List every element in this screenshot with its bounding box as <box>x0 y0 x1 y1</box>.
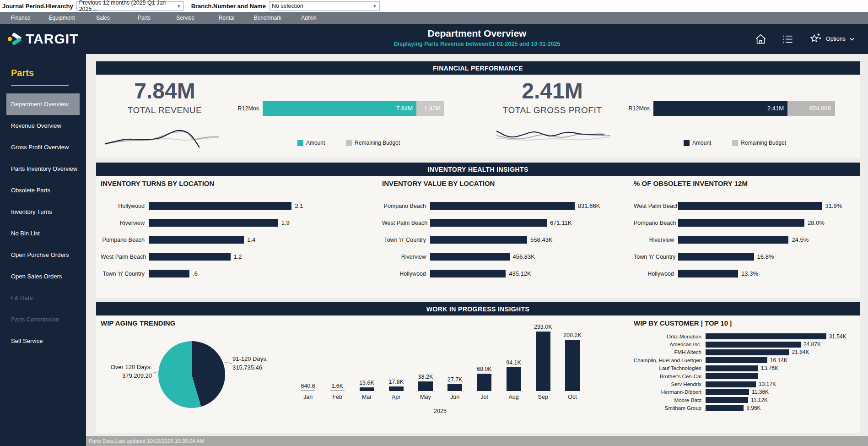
bar-row: Champlin, Huel and Luettgen16.14K <box>634 356 860 364</box>
sidebar-item-gross-profit-overview[interactable]: Gross Profit Overview <box>0 136 86 158</box>
bar[interactable] <box>706 349 789 355</box>
nav-item-finance[interactable]: Finance <box>0 12 41 24</box>
bar[interactable] <box>706 365 758 371</box>
options-button[interactable]: Options <box>809 32 855 46</box>
sidebar-item-parts-inventory-overview[interactable]: Parts Inventory Overview <box>0 158 86 179</box>
bar-segment-amount[interactable]: 7.84M <box>263 101 416 116</box>
bar[interactable] <box>706 397 748 403</box>
bar[interactable] <box>447 384 462 391</box>
nav-item-equipment[interactable]: Equipment <box>41 12 82 24</box>
bar[interactable] <box>507 367 521 392</box>
bar-track: 31.54K <box>706 333 860 340</box>
bar-value-label: 640.6 <box>301 383 315 389</box>
header-icons: Options <box>755 24 855 54</box>
bar[interactable] <box>430 253 510 261</box>
bar[interactable] <box>678 219 804 227</box>
sidebar-item-fill-rate[interactable]: Fill Rate <box>0 287 86 309</box>
bar[interactable] <box>430 270 506 277</box>
revenue-legend: Amount Remaining Budget <box>297 140 400 146</box>
dashboard-canvas: Journal Period.Hierarchy Previous 12 mon… <box>0 0 868 446</box>
bar-value-label: 11.36K <box>752 389 769 395</box>
sidebar: Parts Department Overview Revenue Overvi… <box>0 54 86 446</box>
bar-segment-remaining-budget[interactable]: 1.42M <box>416 101 444 116</box>
nav-item-admin[interactable]: Admin <box>288 12 329 24</box>
bar[interactable] <box>678 270 738 277</box>
sidebar-item-department-overview[interactable]: Department Overview <box>6 93 80 115</box>
bar[interactable] <box>418 381 433 391</box>
sidebar-item-open-sales-orders[interactable]: Open Sales Orders <box>0 266 86 287</box>
sidebar-item-parts-commission[interactable]: Parts Commission <box>0 309 86 330</box>
sidebar-item-revenue-overview[interactable]: Revenue Overview <box>0 115 86 136</box>
column: 1.6KFeb <box>323 383 352 401</box>
bar[interactable] <box>389 386 404 391</box>
wip-aging-title: WIP AGING TRENDING <box>101 319 175 327</box>
bar[interactable] <box>678 202 822 210</box>
list-icon[interactable] <box>782 33 794 45</box>
bar-category-label: Town 'n' Country <box>101 271 149 277</box>
bar[interactable] <box>360 387 374 391</box>
x-axis-year-label: 2025 <box>293 408 587 414</box>
branch-dropdown[interactable]: No selection ▼ <box>269 1 380 11</box>
bar-value-label: 1.4 <box>247 236 255 243</box>
nav-item-rental[interactable]: Rental <box>206 12 247 24</box>
bar[interactable] <box>706 373 758 379</box>
total-gross-profit-value: 2.41M <box>484 80 621 102</box>
bar-category-label: Smitham Group <box>634 405 706 411</box>
bar[interactable] <box>678 236 788 244</box>
total-revenue-label: TOTAL REVENUE <box>96 105 233 115</box>
bar-segment-remaining-budget[interactable]: 854.00K <box>787 101 835 116</box>
sidebar-item-obsolete-parts[interactable]: Obsolete Parts <box>0 179 86 201</box>
bar[interactable] <box>706 333 826 339</box>
sidebar-item-open-purchase-orders[interactable]: Open Purchse Orders <box>0 244 86 266</box>
home-icon[interactable] <box>755 33 767 45</box>
bar[interactable] <box>706 342 801 348</box>
sidebar-item-self-service[interactable]: Self Service <box>0 330 86 352</box>
bar-track: 24.5% <box>678 236 860 244</box>
bar[interactable] <box>678 253 754 261</box>
bar[interactable] <box>149 270 189 277</box>
bar-track: 11.12K <box>706 397 860 403</box>
sidebar-item-inventory-turns[interactable]: Inventory Turns <box>0 201 86 223</box>
bar-row: Brother's Cen-Cal <box>634 372 860 380</box>
column: 17.8KApr <box>382 379 411 401</box>
bar[interactable] <box>706 405 744 411</box>
bar[interactable] <box>330 391 345 391</box>
bar[interactable] <box>149 202 291 210</box>
bar-track: 16.14K <box>706 357 860 364</box>
bar[interactable] <box>301 391 315 391</box>
bar[interactable] <box>149 236 244 244</box>
bar-track: 28.0% <box>678 219 860 227</box>
gross-profit-legend: Amount Remaining Budget <box>684 140 786 146</box>
period-dropdown[interactable]: Previous 12 months (2025 Q1 Jan - 2025 .… <box>76 1 184 11</box>
bar-segment-amount[interactable]: 2.41M <box>653 101 787 116</box>
bar[interactable] <box>706 357 767 363</box>
nav-item-service[interactable]: Service <box>165 12 206 24</box>
nav-item-parts[interactable]: Parts <box>124 12 165 24</box>
app-header: TARGIT Department Overview Displaying Pa… <box>0 24 868 54</box>
bar[interactable] <box>477 374 491 391</box>
status-bar: Parts Data Last updated 10/15/2025 10:35… <box>86 436 868 446</box>
total-revenue-kpi: 7.84M TOTAL REVENUE <box>96 80 233 115</box>
bar-track: 21.84K <box>706 349 860 355</box>
nav-item-sales[interactable]: Sales <box>82 12 124 24</box>
bar[interactable] <box>149 219 278 227</box>
bar-value-label: 13.6K <box>359 380 374 386</box>
inventory-health-header: INVENTORY HEALTH INSIGHTS <box>96 163 860 176</box>
bar-row: Smitham Group9.96K <box>634 404 860 412</box>
bar[interactable] <box>706 389 749 395</box>
bar-value-label: 13.3% <box>741 270 758 277</box>
bar[interactable] <box>149 253 231 261</box>
bar[interactable] <box>565 340 580 391</box>
bar-category-label: West Palm Beach <box>634 203 678 209</box>
bar-category-label: West Palm Beach <box>101 254 149 260</box>
gross-profit-sparkline <box>496 122 612 147</box>
bar[interactable] <box>430 219 547 227</box>
nav-item-benchmark[interactable]: Benchmark <box>247 12 288 24</box>
bar[interactable] <box>430 236 527 244</box>
bar[interactable] <box>536 332 550 391</box>
wip-aging-pie[interactable] <box>158 341 225 408</box>
sidebar-item-no-bin-list[interactable]: No Bin List <box>0 223 86 244</box>
bar-row: Town 'n' Country558.43K <box>382 231 609 248</box>
bar[interactable] <box>706 381 756 387</box>
bar[interactable] <box>430 202 575 210</box>
